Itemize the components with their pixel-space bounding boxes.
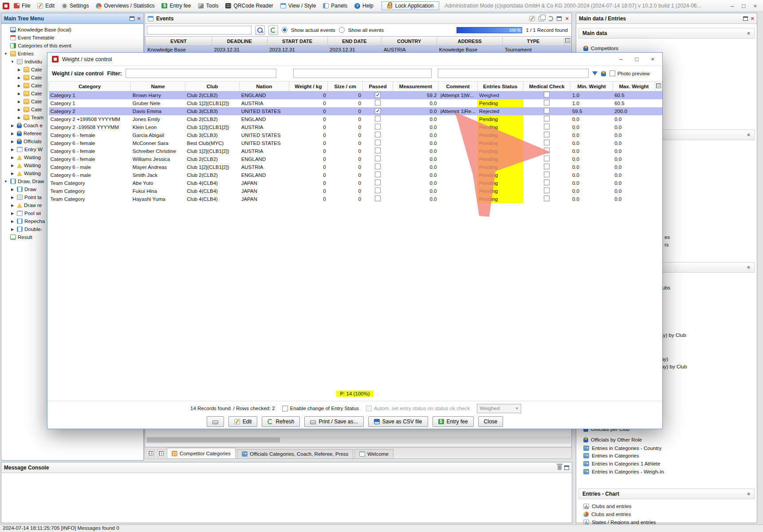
medical-check-checkbox[interactable] <box>544 156 550 161</box>
chevron-right-icon[interactable]: ▶ <box>10 164 15 168</box>
enable-change-entry-status-toggle[interactable]: Enable change of Entry Status <box>282 406 359 411</box>
tree-item-knowledge-base-local[interactable]: Knowledge Base (local) <box>1 26 143 34</box>
chevron-right-icon[interactable]: ▶ <box>10 156 15 160</box>
weight-table-row[interactable]: Category 6 - femaleGarcia AbigailClub 3(… <box>49 131 662 139</box>
weight-table-row[interactable]: Category 1Brown HarryClub 2(CLB2)ENGLAND… <box>49 91 662 99</box>
chevron-right-icon[interactable]: ▶ <box>10 227 15 231</box>
close-panel-icon[interactable]: × <box>137 16 141 21</box>
events-column-address[interactable]: ADDRESS <box>437 37 503 46</box>
passed-checkbox[interactable]: ✓ <box>375 108 381 114</box>
passed-checkbox[interactable] <box>375 124 381 129</box>
events-column-country[interactable]: COUNTRY <box>382 37 437 46</box>
passed-checkbox[interactable] <box>375 180 381 185</box>
dialog-column-picker-button[interactable] <box>655 82 662 91</box>
dialog-close-button[interactable]: × <box>651 56 654 63</box>
medical-check-checkbox[interactable] <box>544 108 550 113</box>
menu-item-qrcode-reader[interactable]: QRCode Reader <box>222 1 276 10</box>
filter-input-1[interactable] <box>126 69 276 78</box>
filter-input-3[interactable] <box>438 69 589 78</box>
dialog-minimize-button[interactable]: – <box>619 56 622 63</box>
menu-item-edit[interactable]: Edit <box>34 1 58 10</box>
chevron-right-icon[interactable]: ▶ <box>16 108 22 112</box>
dialog-column-max-weight[interactable]: Max. Weight <box>613 82 655 91</box>
dialog-column-comment[interactable]: Comment <box>439 82 477 91</box>
report-item-entries-in-categories-country[interactable]: Entries in Categories - Country <box>583 445 661 452</box>
photo-preview-checkbox[interactable] <box>610 70 615 76</box>
close-panel-icon[interactable]: × <box>565 16 569 21</box>
filter-input-2[interactable] <box>293 69 432 78</box>
weight-table-row[interactable]: Category 2Davis EmmaClub 3(CLB3)UNITED S… <box>49 107 662 115</box>
collapse-section-icon[interactable]: « <box>746 32 752 35</box>
show-all-events-radio[interactable] <box>339 27 345 33</box>
chevron-right-icon[interactable]: ▶ <box>10 196 15 200</box>
filter-funnel-icon[interactable] <box>592 71 598 75</box>
dialog-column-passed[interactable]: Passed <box>363 82 393 91</box>
collapse-section-icon[interactable]: « <box>746 133 752 137</box>
chevron-right-icon[interactable]: ▶ <box>10 188 15 192</box>
chevron-right-icon[interactable]: ▶ <box>16 92 22 96</box>
events-column-start-date[interactable]: START DATE <box>267 37 327 46</box>
dialog-column-measurement[interactable]: Measurement <box>393 82 438 91</box>
chevron-right-icon[interactable]: ▶ <box>10 203 15 207</box>
passed-checkbox[interactable] <box>375 140 381 145</box>
edit-event-icon[interactable] <box>529 16 535 21</box>
section-entries-chart[interactable]: Entries - Chart « <box>578 489 755 499</box>
medical-check-checkbox[interactable] <box>544 100 550 106</box>
chevron-right-icon[interactable]: ▶ <box>10 132 15 136</box>
refresh-events-button[interactable] <box>268 25 278 35</box>
dialog-column-min-weight[interactable]: Min. Weight <box>570 82 613 91</box>
horizontal-scrollbar[interactable] <box>146 437 570 443</box>
restore-panel-icon[interactable] <box>743 16 748 21</box>
chevron-down-icon[interactable]: ▼ <box>3 180 8 184</box>
medical-check-checkbox[interactable] <box>544 124 550 129</box>
chevron-right-icon[interactable]: ▶ <box>16 84 22 88</box>
photo-preview-toggle[interactable]: Photo preview <box>610 70 650 76</box>
tree-item-categories-of-this-event[interactable]: Categories of this event <box>1 42 143 50</box>
section-main-data[interactable]: Main data « <box>578 28 755 39</box>
restore-panel-icon[interactable] <box>564 466 569 470</box>
weight-table-row[interactable]: Category 6 - maleSmith JackClub 2(CLB2)E… <box>49 171 662 179</box>
tab-competitor-categories[interactable]: Competitor Categories <box>167 448 236 458</box>
button-print-save-as[interactable]: Print / Save as... <box>304 416 363 427</box>
button-entry-fee[interactable]: Entry fee <box>433 416 474 427</box>
report-item-entries-in-categories-weigh-in[interactable]: Entries in Categories - Weigh-In <box>583 468 664 475</box>
chevron-down-icon[interactable]: ▼ <box>3 52 8 56</box>
tab-officials-categories-coach-referee-press[interactable]: Officials Categories, Coach, Referee, Pr… <box>237 449 353 458</box>
chevron-right-icon[interactable]: ▶ <box>16 76 22 80</box>
button-edit[interactable]: Edit <box>228 416 258 427</box>
medical-check-checkbox[interactable] <box>544 180 550 185</box>
weight-table-row[interactable]: Category 1Gruber NeleClub 1[2](CLB1[2])A… <box>49 99 662 107</box>
weight-table-row[interactable]: Team CategoryAbe YutoClub 4(CLB4)JAPAN00… <box>49 179 662 187</box>
report-item-entries-in-categories-1-athlete[interactable]: Entries in Categories 1 Athlete <box>583 460 661 467</box>
show-actual-events-radio[interactable] <box>282 27 287 33</box>
events-column-end-date[interactable]: END DATE <box>327 37 382 46</box>
chevron-right-icon[interactable]: ▶ <box>10 124 15 128</box>
chevron-right-icon[interactable]: ▶ <box>16 68 22 72</box>
chevron-right-icon[interactable]: ▶ <box>16 116 22 120</box>
dialog-column-name[interactable]: Name <box>131 82 185 91</box>
dialog-column-medical-check[interactable]: Medical Check <box>523 82 570 91</box>
tab-list-button[interactable] <box>147 449 155 457</box>
competitor-photo-icon[interactable] <box>601 71 606 76</box>
weight-table-row[interactable]: Category 2 -199508 YYYYMMKlein LeonClub … <box>49 123 662 131</box>
menu-item-file[interactable]: File <box>10 1 34 10</box>
events-column-type[interactable]: TYPE <box>503 37 564 46</box>
report-item-entries-in-categories[interactable]: Entries in Categories <box>583 452 639 459</box>
menu-item-settings[interactable]: Settings <box>58 1 92 10</box>
clear-console-icon[interactable] <box>558 465 562 470</box>
minimize-button[interactable]: – <box>731 3 734 9</box>
events-column-deadline[interactable]: DEADLINE <box>212 37 267 46</box>
tab-welcome[interactable]: Welcome <box>354 449 393 458</box>
entry-status-dropdown[interactable]: Weighed ▼ <box>477 404 521 413</box>
chevron-down-icon[interactable]: ▼ <box>10 60 15 64</box>
tab-options-button[interactable] <box>157 449 165 457</box>
enable-change-checkbox[interactable] <box>282 406 288 411</box>
medical-check-checkbox[interactable] <box>544 132 550 137</box>
menu-item-entry-fee[interactable]: Entry fee <box>158 1 194 10</box>
dialog-column-size-cm[interactable]: Size / cm <box>328 82 363 91</box>
dialog-column-weight-kg[interactable]: Weight / kg <box>289 82 327 91</box>
chart-item-clubs-and-entries[interactable]: Clubs and entries <box>583 511 631 518</box>
medical-check-checkbox[interactable] <box>544 164 550 169</box>
button-refresh[interactable]: Refresh <box>262 416 300 427</box>
maximize-button[interactable]: □ <box>742 3 746 9</box>
